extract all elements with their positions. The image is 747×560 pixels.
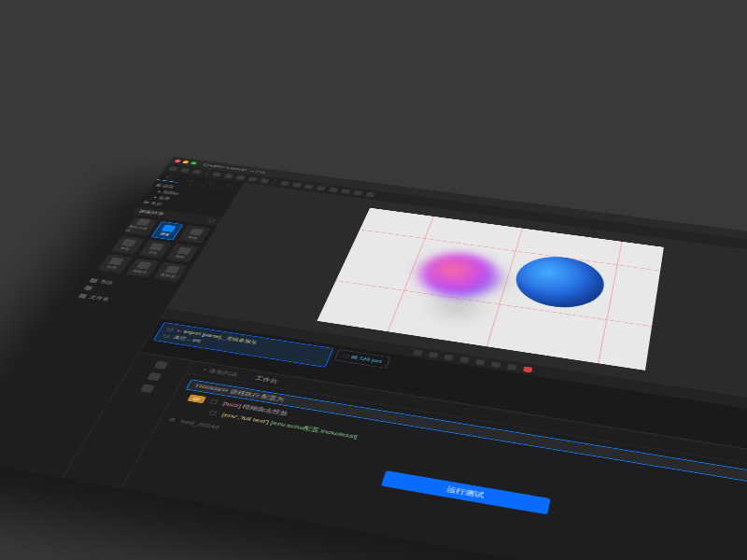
canvas-tool-icon[interactable] xyxy=(507,364,517,371)
tool-icon[interactable] xyxy=(192,169,203,174)
footer-text: fred_20240 xyxy=(179,418,220,430)
canvas-tool-icon[interactable] xyxy=(491,361,501,368)
tool-icon[interactable] xyxy=(329,188,338,192)
tool-icon[interactable] xyxy=(292,183,303,188)
canvas-tool-icon[interactable] xyxy=(444,354,455,360)
clause-icon: ⬚ xyxy=(208,410,218,416)
tool-icon[interactable] xyxy=(235,175,246,180)
gradient-sphere[interactable] xyxy=(413,248,504,302)
tool-icon[interactable] xyxy=(341,189,350,193)
asset-tile[interactable]: 颗粒 xyxy=(166,244,199,262)
or-badge: or xyxy=(187,394,206,403)
asset-tile[interactable]: 纹理 xyxy=(97,254,132,273)
tool-icon[interactable] xyxy=(180,168,190,173)
rail-icon[interactable] xyxy=(154,361,169,370)
minimize-icon[interactable] xyxy=(182,161,189,164)
canvas-tool-icon[interactable] xyxy=(429,352,439,358)
tool-icon[interactable] xyxy=(304,184,314,189)
tool-icon[interactable] xyxy=(280,181,290,186)
tool-icon[interactable] xyxy=(260,178,270,183)
rail-icon[interactable] xyxy=(147,372,162,381)
zoom-icon[interactable] xyxy=(190,161,197,165)
clause-icon: ⬚ xyxy=(209,399,219,405)
canvas-tool-icon[interactable] xyxy=(475,358,486,365)
close-icon[interactable] xyxy=(175,160,181,163)
tool-icon[interactable] xyxy=(168,166,178,171)
cancel-icon[interactable]: ⊘ xyxy=(167,416,176,423)
asset-tile[interactable]: 背景 xyxy=(138,240,171,259)
asset-tile[interactable]: 网格 xyxy=(178,225,210,244)
search-icon[interactable]: ⬚ xyxy=(207,218,217,224)
asset-tile[interactable]: 声音 xyxy=(111,236,145,255)
asset-tile[interactable]: 笔触本 xyxy=(125,258,159,277)
canvas-tool-icon[interactable] xyxy=(413,349,423,356)
tool-icon[interactable] xyxy=(317,186,326,190)
app-window: Creative Canvas — Pro ⬚ ⬚ ⬚ ⬚ 图层 ▸ 层图标 ▸… xyxy=(0,157,747,560)
script-chip[interactable]: ⬚ 稿 128 pos xyxy=(334,349,390,369)
asset-tile[interactable]: 素材多媒体 xyxy=(124,217,157,235)
tool-icon[interactable] xyxy=(353,190,362,195)
asset-tile[interactable]: 渐变 xyxy=(150,221,183,240)
tool-icon[interactable] xyxy=(212,172,222,176)
tool-icon[interactable] xyxy=(247,176,258,181)
record-icon[interactable] xyxy=(523,366,532,372)
tool-icon[interactable] xyxy=(224,174,234,178)
canvas-tool-icon[interactable] xyxy=(459,357,470,363)
tool-icon[interactable] xyxy=(365,192,374,197)
asset-tile[interactable]: 配料器 xyxy=(154,262,188,282)
rail-icon[interactable] xyxy=(140,384,155,393)
